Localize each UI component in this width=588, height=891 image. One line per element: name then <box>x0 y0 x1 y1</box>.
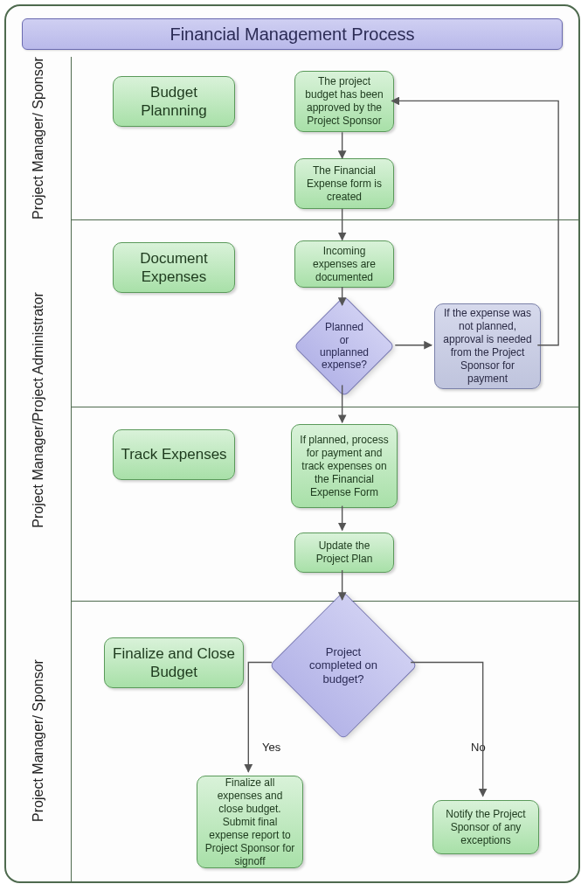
step-finalize-close: Finalize all expenses and close budget. … <box>197 776 303 868</box>
phase-3-label: Track Expenses <box>121 445 226 463</box>
decision-on-budget: Project completed on budget? <box>291 613 396 718</box>
role-3-text: Project Manager/ Sponsor <box>31 659 46 822</box>
diagram-frame: Financial Management Process Project Man… <box>4 4 580 883</box>
step-notify-exceptions: Notify the Project Sponsor of any except… <box>432 800 539 854</box>
decision-2-text: Project completed on budget? <box>291 613 396 718</box>
title-bar: Financial Management Process <box>22 18 563 50</box>
step-4-text: If the expense was not planned, approval… <box>442 307 533 386</box>
step-2-text: The Financial Expense form is created <box>302 164 386 204</box>
label-yes: Yes <box>262 741 280 754</box>
step-6-text: Update the Project Plan <box>302 539 386 566</box>
role-2-text: Project Manager/Project Administrator <box>31 292 46 527</box>
phase-track-expenses: Track Expenses <box>113 429 235 480</box>
step-budget-approved: The project budget has been approved by … <box>294 71 394 132</box>
role-label-1: Project Manager/ Sponsor <box>6 57 71 219</box>
phase-1-label: Budget Plannning <box>121 83 227 121</box>
phase-document-expenses: Document Expenses <box>113 242 235 293</box>
step-1-text: The project budget has been approved by … <box>302 75 386 128</box>
step-3-text: Incoming expenses are documented <box>302 245 386 284</box>
step-expense-form-created: The Financial Expense form is created <box>294 158 394 209</box>
step-update-plan: Update the Project Plan <box>294 533 394 573</box>
role-label-3: Project Manager/ Sponsor <box>6 601 71 881</box>
decision-1-text: Planned or unplanned expense? <box>308 310 380 382</box>
label-no: No <box>471 741 486 754</box>
lane-divider-2 <box>71 407 578 407</box>
phase-2-label: Document Expenses <box>121 249 227 287</box>
step-process-track: If planned, process for payment and trac… <box>291 424 398 508</box>
role-1-text: Project Manager/ Sponsor <box>31 57 46 219</box>
phase-4-label: Finalize and Close Budget <box>112 644 236 682</box>
step-8-text: Notify the Project Sponsor of any except… <box>440 808 531 847</box>
step-approval-needed: If the expense was not planned, approval… <box>434 303 541 389</box>
step-7-text: Finalize all expenses and close budget. … <box>204 776 295 868</box>
role-column-divider <box>71 57 72 881</box>
lane-divider-1 <box>71 219 578 220</box>
role-label-2: Project Manager/Project Administrator <box>6 219 71 601</box>
decision-planned-unplanned: Planned or unplanned expense? <box>308 310 380 382</box>
phase-budget-planning: Budget Plannning <box>113 76 235 127</box>
diagram-title: Financial Management Process <box>169 24 414 44</box>
step-incoming-documented: Incoming expenses are documented <box>294 240 394 288</box>
lane-divider-3 <box>71 601 578 602</box>
phase-finalize-close: Finalize and Close Budget <box>104 637 244 688</box>
step-5-text: If planned, process for payment and trac… <box>299 434 390 499</box>
